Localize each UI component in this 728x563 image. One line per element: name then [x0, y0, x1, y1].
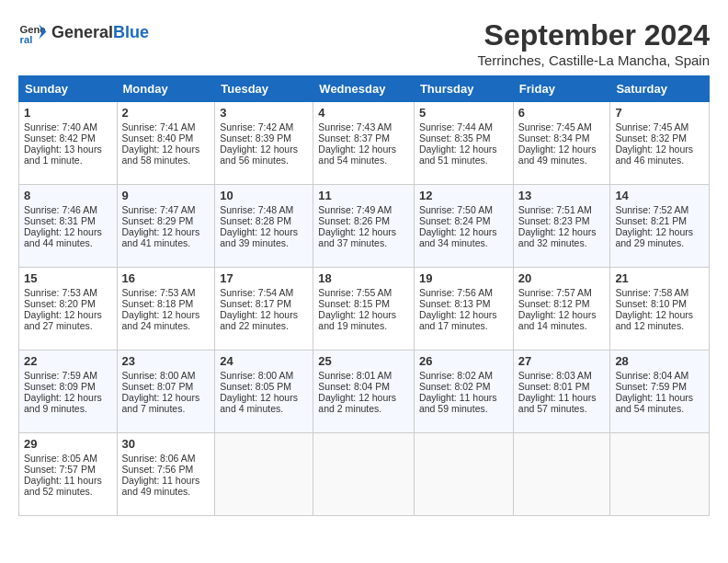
day-number: 17: [220, 271, 308, 285]
calendar-cell: 24Sunrise: 8:00 AMSunset: 8:05 PMDayligh…: [215, 350, 313, 433]
day-number: 30: [122, 437, 210, 451]
sunset-text: Sunset: 8:01 PM: [518, 381, 590, 392]
day-number: 7: [615, 106, 704, 120]
col-wednesday: Wednesday: [313, 76, 415, 102]
sunrise-text: Sunrise: 7:42 AM: [220, 121, 293, 132]
calendar-cell: [513, 433, 610, 516]
sunset-text: Sunset: 8:39 PM: [220, 132, 291, 144]
sunset-text: Sunset: 8:12 PM: [518, 298, 590, 309]
week-row-5: 29Sunrise: 8:05 AMSunset: 7:57 PMDayligh…: [19, 433, 710, 516]
daylight-text: Daylight: 12 hours and 9 minutes.: [24, 392, 102, 414]
daylight-text: Daylight: 12 hours and 24 minutes.: [122, 309, 200, 331]
calendar-cell: 28Sunrise: 8:04 AMSunset: 7:59 PMDayligh…: [610, 350, 710, 433]
sunrise-text: Sunrise: 7:41 AM: [122, 121, 196, 132]
sunset-text: Sunset: 8:26 PM: [318, 215, 390, 226]
calendar-cell: 1Sunrise: 7:40 AMSunset: 8:42 PMDaylight…: [19, 102, 118, 185]
calendar-cell: 20Sunrise: 7:57 AMSunset: 8:12 PMDayligh…: [513, 268, 610, 350]
sunset-text: Sunset: 8:35 PM: [419, 132, 491, 144]
calendar-cell: 23Sunrise: 8:00 AMSunset: 8:07 PMDayligh…: [117, 350, 215, 433]
calendar-cell: 30Sunrise: 8:06 AMSunset: 7:56 PMDayligh…: [117, 433, 215, 516]
day-number: 22: [24, 354, 112, 368]
day-number: 20: [518, 271, 606, 285]
sunset-text: Sunset: 8:20 PM: [24, 298, 96, 309]
calendar-cell: [414, 433, 513, 516]
daylight-text: Daylight: 12 hours and 19 minutes.: [318, 309, 396, 331]
daylight-text: Daylight: 12 hours and 22 minutes.: [220, 309, 298, 331]
sunrise-text: Sunrise: 7:40 AM: [24, 121, 97, 132]
sunrise-text: Sunrise: 8:03 AM: [518, 370, 592, 381]
daylight-text: Daylight: 11 hours and 49 minutes.: [122, 475, 200, 497]
calendar-cell: 14Sunrise: 7:52 AMSunset: 8:21 PMDayligh…: [610, 185, 710, 268]
sunrise-text: Sunrise: 8:04 AM: [615, 370, 688, 381]
sunrise-text: Sunrise: 8:06 AM: [122, 453, 196, 464]
sunrise-text: Sunrise: 8:00 AM: [122, 370, 196, 381]
svg-text:ral: ral: [20, 34, 33, 45]
daylight-text: Daylight: 12 hours and 49 minutes.: [518, 144, 597, 166]
daylight-text: Daylight: 12 hours and 46 minutes.: [615, 144, 693, 166]
daylight-text: Daylight: 12 hours and 51 minutes.: [419, 144, 497, 166]
daylight-text: Daylight: 12 hours and 27 minutes.: [24, 309, 102, 331]
calendar-cell: 22Sunrise: 7:59 AMSunset: 8:09 PMDayligh…: [19, 350, 118, 433]
calendar-cell: [610, 433, 710, 516]
daylight-text: Daylight: 11 hours and 57 minutes.: [518, 392, 597, 414]
daylight-text: Daylight: 12 hours and 58 minutes.: [122, 144, 200, 166]
header-row: Sunday Monday Tuesday Wednesday Thursday…: [19, 76, 710, 102]
calendar-cell: 4Sunrise: 7:43 AMSunset: 8:37 PMDaylight…: [313, 102, 415, 185]
day-number: 21: [615, 271, 704, 285]
day-number: 14: [615, 189, 704, 202]
daylight-text: Daylight: 12 hours and 34 minutes.: [419, 226, 497, 248]
month-title: September 2024: [477, 18, 710, 52]
sunset-text: Sunset: 8:31 PM: [24, 215, 96, 226]
calendar-cell: 3Sunrise: 7:42 AMSunset: 8:39 PMDaylight…: [215, 102, 313, 185]
daylight-text: Daylight: 12 hours and 2 minutes.: [318, 392, 396, 414]
sunrise-text: Sunrise: 7:46 AM: [24, 204, 97, 215]
calendar-cell: 29Sunrise: 8:05 AMSunset: 7:57 PMDayligh…: [19, 433, 118, 516]
day-number: 23: [122, 354, 210, 368]
col-sunday: Sunday: [19, 76, 118, 102]
calendar-cell: 19Sunrise: 7:56 AMSunset: 8:13 PMDayligh…: [414, 268, 513, 350]
calendar-cell: 11Sunrise: 7:49 AMSunset: 8:26 PMDayligh…: [313, 185, 415, 268]
day-number: 16: [122, 271, 210, 285]
calendar-cell: 21Sunrise: 7:58 AMSunset: 8:10 PMDayligh…: [610, 268, 710, 350]
sunset-text: Sunset: 8:37 PM: [318, 132, 390, 144]
sunrise-text: Sunrise: 7:43 AM: [318, 121, 392, 132]
sunset-text: Sunset: 8:40 PM: [122, 132, 194, 144]
calendar-table: Sunday Monday Tuesday Wednesday Thursday…: [18, 75, 710, 516]
day-number: 11: [318, 189, 409, 202]
daylight-text: Daylight: 12 hours and 39 minutes.: [220, 226, 298, 248]
daylight-text: Daylight: 11 hours and 59 minutes.: [419, 392, 497, 414]
sunset-text: Sunset: 8:13 PM: [419, 298, 491, 309]
logo: Gene ral GeneralBlue: [18, 18, 149, 48]
calendar-cell: 5Sunrise: 7:44 AMSunset: 8:35 PMDaylight…: [414, 102, 513, 185]
day-number: 4: [318, 106, 409, 120]
sunrise-text: Sunrise: 7:57 AM: [518, 287, 592, 298]
calendar-cell: 15Sunrise: 7:53 AMSunset: 8:20 PMDayligh…: [19, 268, 118, 350]
day-number: 25: [318, 354, 409, 368]
daylight-text: Daylight: 12 hours and 14 minutes.: [518, 309, 597, 331]
daylight-text: Daylight: 12 hours and 44 minutes.: [24, 226, 102, 248]
day-number: 8: [24, 189, 112, 202]
calendar-cell: 17Sunrise: 7:54 AMSunset: 8:17 PMDayligh…: [215, 268, 313, 350]
sunrise-text: Sunrise: 7:55 AM: [318, 287, 392, 298]
sunset-text: Sunset: 8:23 PM: [518, 215, 590, 226]
sunrise-text: Sunrise: 7:53 AM: [122, 287, 196, 298]
sunset-text: Sunset: 8:42 PM: [24, 132, 96, 144]
daylight-text: Daylight: 12 hours and 7 minutes.: [122, 392, 200, 414]
sunrise-text: Sunrise: 7:58 AM: [615, 287, 688, 298]
sunset-text: Sunset: 8:24 PM: [419, 215, 491, 226]
day-number: 13: [518, 189, 606, 202]
sunset-text: Sunset: 8:05 PM: [220, 381, 291, 392]
sunset-text: Sunset: 8:29 PM: [122, 215, 194, 226]
sunrise-text: Sunrise: 7:49 AM: [318, 204, 392, 215]
daylight-text: Daylight: 12 hours and 32 minutes.: [518, 226, 597, 248]
calendar-cell: 25Sunrise: 8:01 AMSunset: 8:04 PMDayligh…: [313, 350, 415, 433]
week-row-3: 15Sunrise: 7:53 AMSunset: 8:20 PMDayligh…: [19, 268, 710, 350]
calendar-cell: 7Sunrise: 7:45 AMSunset: 8:32 PMDaylight…: [610, 102, 710, 185]
sunset-text: Sunset: 8:04 PM: [318, 381, 390, 392]
sunrise-text: Sunrise: 7:50 AM: [419, 204, 493, 215]
subtitle: Terrinches, Castille-La Mancha, Spain: [477, 52, 710, 68]
sunrise-text: Sunrise: 8:02 AM: [419, 370, 493, 381]
col-thursday: Thursday: [414, 76, 513, 102]
sunrise-text: Sunrise: 7:59 AM: [24, 370, 97, 381]
day-number: 3: [220, 106, 308, 120]
